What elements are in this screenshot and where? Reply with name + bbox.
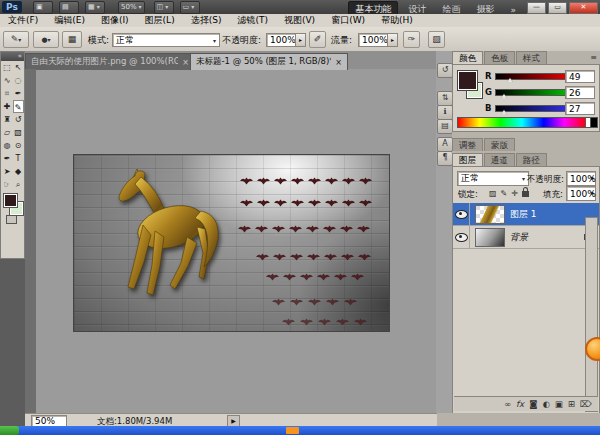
quick-selection-tool[interactable]: ◌ [13, 74, 24, 87]
add-mask-icon[interactable]: ◙ [529, 398, 537, 410]
rectangular-marquee-tool[interactable]: ⬚ [2, 61, 13, 74]
layer-opacity-spinner[interactable]: ▸ [591, 174, 595, 182]
tab-swatches[interactable]: 色板 [484, 51, 515, 64]
taskbar-notification[interactable] [286, 427, 299, 434]
canvas-image[interactable] [73, 154, 390, 332]
mini-bridge-icon[interactable]: ▤ [59, 1, 79, 14]
hand-tool[interactable]: ☞ [2, 178, 13, 191]
lock-all-icon[interactable] [522, 191, 529, 197]
healing-brush-tool[interactable]: ✚ [2, 100, 13, 113]
layer-name[interactable]: 背景 [510, 231, 528, 244]
layer-name[interactable]: 图层 1 [510, 208, 537, 221]
blur-tool[interactable]: ◍ [2, 139, 13, 152]
foreground-color-swatch[interactable] [4, 194, 17, 207]
clone-stamp-tool[interactable]: ♜ [2, 113, 13, 126]
layers-scrollbar[interactable]: ▼ [585, 217, 598, 412]
menu-layer[interactable]: 图层(L) [137, 14, 183, 27]
brush-tool[interactable]: ✎ [13, 100, 24, 113]
layer-thumbnail[interactable] [475, 228, 505, 247]
screen-mode-icon[interactable]: ▭▾ [180, 1, 200, 14]
info-panel-icon[interactable]: ℹ [437, 105, 453, 120]
delete-layer-icon[interactable]: ⌦ [580, 398, 592, 410]
history-brush-tool[interactable]: ↺ [13, 113, 24, 126]
adjustment-layer-icon[interactable]: ◐ [542, 398, 549, 410]
menu-file[interactable]: 文件(F) [0, 14, 46, 27]
menu-image[interactable]: 图像(I) [93, 14, 137, 27]
visibility-toggle[interactable] [453, 203, 470, 225]
tab-adjustments[interactable]: 调整 [452, 138, 483, 151]
tab-layers[interactable]: 图层 [452, 153, 483, 166]
tool-presets-panel-icon[interactable]: ⇅ [437, 91, 453, 106]
airbrush-icon[interactable]: ✑ [403, 31, 420, 48]
new-group-icon[interactable]: ▣ [555, 398, 563, 410]
blue-slider[interactable] [495, 105, 575, 112]
lock-transparency-icon[interactable]: ▨ [489, 189, 497, 198]
panel-menu-icon[interactable]: ≡ [590, 53, 597, 62]
crop-tool[interactable]: ⌗ [2, 87, 13, 100]
arrange-documents-icon[interactable]: ◫▾ [154, 1, 174, 14]
opacity-spinner[interactable]: ▸ [295, 33, 306, 47]
toggle-brush-panel-icon[interactable]: ▦ [62, 31, 82, 48]
layer-thumbnail[interactable] [475, 205, 505, 224]
red-slider-handle[interactable] [507, 78, 513, 82]
bridge-icon[interactable]: ▣ [33, 1, 53, 14]
tab-paths[interactable]: 路径 [516, 153, 547, 166]
blend-mode-select[interactable]: 正常▾ [112, 33, 220, 47]
tab-styles[interactable]: 样式 [516, 51, 547, 64]
eyedropper-tool[interactable]: ✒ [13, 87, 24, 100]
path-selection-tool[interactable]: ➤ [2, 165, 13, 178]
history-panel-icon[interactable]: ↺ [437, 63, 453, 78]
type-tool[interactable]: T [13, 152, 24, 165]
menu-view[interactable]: 视图(V) [276, 14, 323, 27]
pressure-opacity-icon[interactable]: ✐ [309, 31, 326, 48]
zoom-tool[interactable]: ⌕ [13, 178, 24, 191]
tool-preset-picker[interactable]: ✎▾ [3, 31, 29, 48]
color-spectrum-ramp[interactable] [457, 117, 587, 128]
close-button[interactable]: ✕ [569, 2, 598, 14]
pressure-size-icon[interactable]: ▨ [428, 31, 445, 48]
menu-window[interactable]: 窗口(W) [323, 14, 373, 27]
eraser-tool[interactable]: ▱ [2, 126, 13, 139]
dodge-tool[interactable]: ⊙ [13, 139, 24, 152]
view-extras-icon[interactable]: ▦▾ [85, 1, 105, 14]
blue-slider-handle[interactable] [501, 110, 507, 114]
menu-filter[interactable]: 滤镜(T) [229, 14, 276, 27]
visibility-toggle[interactable] [453, 226, 470, 248]
tab-color[interactable]: 颜色 [452, 51, 483, 64]
flow-spinner[interactable]: ▸ [387, 33, 398, 47]
lock-position-icon[interactable]: ✛ [511, 189, 518, 198]
green-slider[interactable] [495, 89, 575, 96]
shape-tool[interactable]: ◆ [13, 165, 24, 178]
layer-blend-mode-select[interactable]: 正常▾ [457, 171, 529, 186]
move-tool[interactable]: ↖ [13, 61, 24, 74]
pen-tool[interactable]: ✒ [2, 152, 13, 165]
minimize-button[interactable]: — [527, 2, 546, 14]
windows-taskbar[interactable] [0, 426, 600, 435]
styles-panel-icon[interactable]: ▤ [437, 119, 453, 134]
lasso-tool[interactable]: ∿ [2, 74, 13, 87]
lock-pixels-icon[interactable]: ✎ [501, 189, 508, 198]
gradient-tool[interactable]: ▧ [13, 126, 24, 139]
green-value-input[interactable]: 26 [565, 86, 595, 99]
tab-masks[interactable]: 蒙版 [484, 138, 515, 151]
foreground-color-swatch[interactable] [458, 71, 477, 90]
link-layers-icon[interactable]: ∞ [504, 398, 511, 410]
layer-row-background[interactable]: 背景 [453, 226, 599, 249]
red-value-input[interactable]: 49 [565, 70, 595, 83]
start-button[interactable] [0, 426, 19, 435]
tab-close-icon[interactable]: × [182, 58, 189, 67]
blue-value-input[interactable]: 27 [565, 102, 595, 115]
tab-close-icon[interactable]: × [335, 58, 342, 67]
spectrum-black-swatch[interactable] [590, 117, 598, 128]
menu-help[interactable]: 帮助(H) [373, 14, 421, 27]
document-tab-active[interactable]: 未标题-1 @ 50% (图层 1, RGB/8)* × [190, 53, 348, 70]
menu-select[interactable]: 选择(S) [183, 14, 230, 27]
character-panel-icon[interactable]: A [437, 137, 453, 152]
layer-fill-spinner[interactable]: ▸ [591, 189, 595, 197]
new-layer-icon[interactable]: ⊞ [568, 398, 575, 410]
layer-style-icon[interactable]: fx [516, 398, 524, 410]
zoom-level-dropdown[interactable]: 50%▾ [118, 1, 145, 14]
paragraph-panel-icon[interactable]: ¶ [437, 151, 453, 166]
quick-mask-icon[interactable] [6, 215, 17, 224]
document-tab-inactive[interactable]: 自由天际的使用图片.png @ 100%(RGB/8)* × [25, 53, 195, 70]
